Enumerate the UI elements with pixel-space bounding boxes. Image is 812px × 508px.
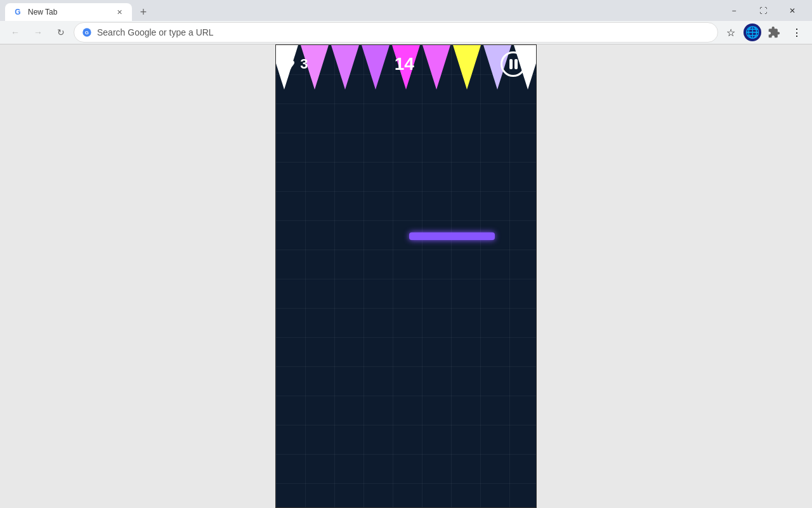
lives-count: 3 (300, 56, 308, 72)
new-tab-button[interactable]: + (134, 3, 152, 21)
platform-upper-purple (409, 232, 495, 240)
lives-display: ♥ 3 (286, 55, 308, 73)
svg-text:G: G (85, 30, 89, 36)
hud: ♥ 3 14 (276, 51, 536, 77)
pause-bar-right (514, 59, 518, 69)
address-bar[interactable]: G Search Google or type a URL (74, 22, 718, 43)
toolbar: ← → ↻ G Search Google or type a URL ☆ 🌐 … (0, 21, 812, 44)
google-icon: G (82, 27, 92, 37)
active-tab[interactable]: G New Tab ✕ (5, 3, 132, 21)
maximize-button[interactable]: ⛶ (749, 0, 778, 21)
refresh-button[interactable]: ↻ (51, 22, 71, 43)
tab-favicon: G (13, 7, 23, 17)
game-container[interactable]: ♥ 3 14 (275, 44, 537, 508)
toolbar-actions: ☆ 🌐 ⋮ (721, 22, 807, 43)
tab-close-button[interactable]: ✕ (114, 7, 124, 17)
profile-button[interactable]: 🌐 (743, 23, 761, 41)
close-button[interactable]: ✕ (778, 0, 807, 21)
window-controls: − ⛶ ✕ (719, 0, 807, 21)
title-bar: G New Tab ✕ + − ⛶ ✕ (0, 0, 812, 21)
pause-bar-left (509, 59, 513, 69)
extensions-button[interactable] (764, 22, 784, 43)
page-content: ♥ 3 14 (0, 44, 812, 508)
bookmark-button[interactable]: ☆ (721, 22, 741, 43)
pause-button[interactable] (501, 51, 526, 77)
score-display: 14 (308, 54, 501, 74)
tab-strip: G New Tab ✕ + (5, 0, 719, 21)
back-button[interactable]: ← (5, 22, 25, 43)
forward-button[interactable]: → (28, 22, 48, 43)
menu-button[interactable]: ⋮ (787, 22, 807, 43)
grid-overlay (276, 45, 536, 507)
address-text: Search Google or type a URL (97, 27, 710, 37)
heart-icon: ♥ (286, 55, 295, 73)
tab-title: New Tab (28, 8, 109, 17)
browser-window: G New Tab ✕ + − ⛶ ✕ ← → ↻ G Search Googl… (0, 0, 812, 508)
minimize-button[interactable]: − (719, 0, 749, 21)
